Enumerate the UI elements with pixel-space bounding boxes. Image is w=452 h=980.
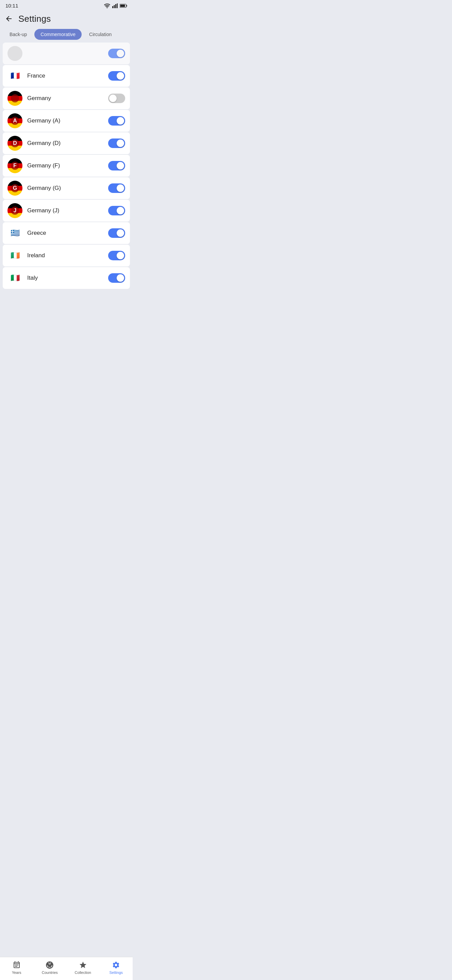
- flag-germany-g: G: [8, 181, 22, 196]
- toggle-italy[interactable]: [108, 273, 125, 283]
- list-item: F Germany (F): [3, 155, 130, 177]
- country-name-germany-f: Germany (F): [27, 162, 103, 169]
- list-item: D Germany (D): [3, 132, 130, 154]
- flag-germany-a: A: [8, 113, 22, 128]
- list-item-partial: [3, 43, 130, 64]
- toggle-germany-g[interactable]: [108, 183, 125, 193]
- status-icons: [104, 3, 127, 8]
- flag-greece: 🇬🇷: [8, 226, 22, 240]
- country-name-germany-a: Germany (A): [27, 118, 103, 124]
- status-bar: 10:11: [0, 0, 133, 10]
- back-icon: [5, 14, 13, 23]
- flag-germany-d: D: [8, 136, 22, 151]
- tab-circulation[interactable]: Circulation: [83, 29, 118, 40]
- flag-italy: 🇮🇹: [8, 270, 22, 285]
- toggle-greece[interactable]: [108, 228, 125, 238]
- tab-commemorative[interactable]: Commemorative: [34, 29, 82, 40]
- list-item: G Germany (G): [3, 177, 130, 199]
- list-item: 🇫🇷 France: [3, 65, 130, 87]
- flag-france: 🇫🇷: [8, 68, 22, 83]
- svg-rect-2: [115, 4, 116, 8]
- top-bar: Settings: [0, 10, 133, 29]
- toggle-germany-f[interactable]: [108, 161, 125, 170]
- list-item: 🇬🇷 Greece: [3, 222, 130, 244]
- country-name-italy: Italy: [27, 275, 103, 282]
- svg-rect-0: [112, 6, 113, 8]
- svg-rect-3: [117, 3, 118, 8]
- country-name-france: France: [27, 73, 103, 79]
- country-name-ireland: Ireland: [27, 252, 103, 259]
- flag-germany-f: F: [8, 158, 22, 173]
- tab-backup[interactable]: Back-up: [3, 29, 33, 40]
- wifi-icon: [104, 3, 110, 8]
- svg-rect-5: [121, 5, 125, 7]
- list-item: Germany: [3, 88, 130, 109]
- list-item: 🇮🇹 Italy: [3, 267, 130, 289]
- country-name-germany-g: Germany (G): [27, 185, 103, 192]
- back-button[interactable]: [2, 12, 16, 25]
- svg-rect-1: [114, 5, 115, 8]
- list-item: J Germany (J): [3, 200, 130, 221]
- flag-germany: [8, 91, 22, 106]
- signal-icon: [112, 3, 118, 8]
- list-item: 🇮🇪 Ireland: [3, 245, 130, 266]
- toggle-ireland[interactable]: [108, 251, 125, 260]
- flag-germany-j: J: [8, 203, 22, 218]
- status-time: 10:11: [5, 3, 18, 8]
- list-item: A Germany (A): [3, 110, 130, 132]
- toggle-france[interactable]: [108, 71, 125, 81]
- country-name-germany-d: Germany (D): [27, 140, 103, 147]
- country-name-germany-j: Germany (J): [27, 207, 103, 214]
- toggle-germany-a[interactable]: [108, 116, 125, 126]
- country-list: 🇫🇷 France Germany A Germany (A) D German…: [0, 65, 133, 316]
- toggle-germany[interactable]: [108, 94, 125, 103]
- battery-icon: [120, 4, 127, 8]
- flag-ireland: 🇮🇪: [8, 248, 22, 263]
- country-name-greece: Greece: [27, 230, 103, 237]
- toggle-germany-j[interactable]: [108, 206, 125, 215]
- tabs-bar: Back-up Commemorative Circulation: [0, 29, 133, 40]
- svg-rect-6: [127, 5, 127, 6]
- country-name-germany: Germany: [27, 95, 103, 102]
- page-title: Settings: [18, 14, 51, 24]
- toggle-germany-d[interactable]: [108, 138, 125, 148]
